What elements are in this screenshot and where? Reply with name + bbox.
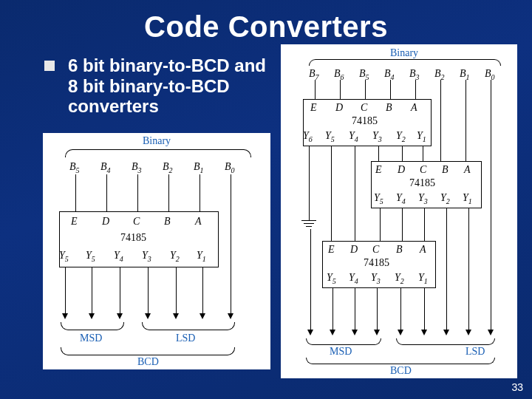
fig6-bcd: BCD: [137, 356, 159, 368]
fig8-b1: B1: [460, 68, 470, 81]
fig8-msd: MSD: [330, 346, 352, 358]
fig6-in-b5: B5: [69, 161, 80, 174]
fig6-out-y4: Y4: [114, 250, 123, 263]
fig6-pin-d: D: [102, 216, 109, 228]
fig6-out-y5a: Y5: [59, 250, 69, 263]
figure-6bit: Binary B5 B4 B3 B2 B1 B0 E D C B A 74185…: [43, 133, 270, 369]
fig6-out-y1: Y1: [197, 250, 206, 263]
fig8-b4: B4: [384, 68, 395, 81]
fig8-b5: B5: [359, 68, 369, 81]
fig6-pin-c: C: [133, 216, 140, 228]
fig6-out-y2: Y2: [170, 250, 180, 263]
fig6-pin-a: A: [195, 216, 202, 228]
figure-8bit: Binary B7 B6 B5 B4 B3 B2 B1 B0 E D C B A…: [281, 44, 517, 378]
fig8-binary-label: Binary: [390, 47, 418, 59]
fig6-binary-label: Binary: [143, 135, 171, 147]
fig8-lsd: LSD: [466, 346, 485, 358]
fig8-b0: B0: [485, 68, 495, 81]
fig8-chip1-name: 74185: [352, 115, 378, 127]
fig8-b2: B2: [434, 68, 445, 81]
fig6-lsd: LSD: [176, 332, 195, 344]
fig6-in-b0: B0: [225, 161, 235, 174]
fig6-pin-b: B: [164, 216, 171, 228]
fig6-chip-name: 74185: [120, 232, 146, 244]
bullet-icon: [44, 61, 55, 71]
page-number: 33: [511, 381, 523, 393]
fig8-b3: B3: [409, 68, 420, 81]
fig8-chip2-name: 74185: [409, 177, 435, 189]
fig8-chip3-name: 74185: [364, 257, 389, 269]
fig8-bcd: BCD: [390, 365, 412, 377]
fig6-in-b3: B3: [132, 161, 142, 174]
fig6-in-b4: B4: [100, 161, 111, 174]
fig6-in-b2: B2: [163, 161, 173, 174]
fig6-pin-e: E: [71, 216, 78, 228]
fig8-b6: B6: [334, 68, 344, 81]
body-text: 6 bit binary-to-BCD and 8 bit binary-to-…: [68, 55, 267, 117]
fig6-out-y5b: Y5: [86, 250, 95, 263]
fig6-in-b1: B1: [194, 161, 204, 174]
slide-title: Code Converters: [0, 0, 532, 44]
fig6-msd: MSD: [80, 332, 102, 344]
fig8-b7: B7: [309, 68, 319, 81]
fig6-out-y3: Y3: [142, 250, 151, 263]
